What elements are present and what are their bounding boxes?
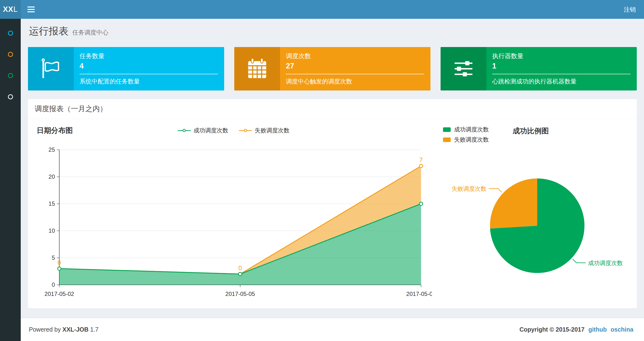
flag-icon — [28, 47, 74, 90]
svg-text:7: 7 — [419, 156, 423, 164]
svg-text:20: 20 — [48, 173, 55, 180]
info-box-row: 任务数量 4 系统中配置的任务数量 — [28, 47, 637, 90]
info-box-content: 任务数量 4 系统中配置的任务数量 — [74, 47, 224, 90]
schedule-report-panel: 调度报表（一月之内） 日期分布图 成功调度次数 失败调度次数 — [28, 99, 637, 308]
date-distribution-chart: 日期分布图 成功调度次数 失败调度次数 05101520252017-05-02… — [35, 125, 432, 305]
sliders-icon — [440, 47, 486, 90]
svg-text:10: 10 — [48, 227, 55, 234]
legend-item-fail[interactable]: 失败调度次数 — [239, 127, 290, 134]
info-box-content: 执行器数量 1 心跳检测成功的执行器机器数量 — [486, 47, 637, 90]
info-box-executor-count: 执行器数量 1 心跳检测成功的执行器机器数量 — [440, 47, 637, 90]
panel-body: 日期分布图 成功调度次数 失败调度次数 05101520252017-05-02… — [28, 119, 637, 308]
panel-title: 调度报表（一月之内） — [28, 99, 637, 119]
line-chart-legend: 成功调度次数 失败调度次数 — [178, 127, 290, 134]
legend-item-success[interactable]: 成功调度次数 — [443, 126, 489, 133]
sidebar-item-jobs[interactable] — [0, 44, 21, 65]
line-chart-svg: 05101520252017-05-022017-05-052017-05-08… — [35, 138, 432, 304]
info-box-task-count: 任务数量 4 系统中配置的任务数量 — [28, 47, 224, 90]
pie-chart-svg: 成功调度次数失败调度次数 — [432, 138, 630, 292]
line-marker-icon — [178, 130, 191, 131]
top-navbar: XXL 注销 — [0, 0, 644, 19]
svg-text:2017-05-02: 2017-05-02 — [44, 291, 74, 297]
info-box-description: 调度中心触发的调度次数 — [286, 77, 424, 85]
powered-by: Powered by XXL-JOB 1.7 — [29, 326, 98, 333]
svg-text:0: 0 — [238, 264, 242, 271]
legend-item-success[interactable]: 成功调度次数 — [178, 127, 228, 134]
product-name: XXL-JOB — [62, 326, 88, 333]
copyright-text: Copyright © 2015-2017 — [520, 326, 584, 333]
svg-text:2017-05-05: 2017-05-05 — [225, 291, 255, 297]
info-box-trigger-count: 调度次数 27 调度中心触发的调度次数 — [234, 47, 430, 90]
logo-text-light: L — [14, 5, 18, 14]
line-chart-header: 日期分布图 成功调度次数 失败调度次数 — [35, 125, 432, 138]
github-link[interactable]: github — [588, 326, 607, 333]
success-ratio-chart: 成功调度次数 失败调度次数 成功比例图 成功调度次数失败调度次数 — [432, 125, 630, 293]
page-title: 运行报表 — [29, 25, 68, 38]
footer: Powered by XXL-JOB 1.7 Copyright © 2015-… — [21, 318, 644, 341]
logo-text-bold: XX — [3, 5, 13, 14]
info-box-value: 1 — [492, 62, 630, 70]
circle-outline-icon — [8, 31, 13, 36]
info-box-title: 执行器数量 — [492, 52, 630, 60]
pie-chart-title: 成功比例图 — [513, 126, 549, 136]
sidebar-item-report[interactable] — [0, 23, 21, 44]
oschina-link[interactable]: oschina — [611, 326, 634, 333]
svg-text:0: 0 — [52, 281, 55, 288]
legend-item-fail[interactable]: 失败调度次数 — [443, 136, 489, 144]
circle-outline-icon — [8, 52, 13, 57]
svg-text:2017-05-08: 2017-05-08 — [406, 291, 432, 297]
svg-text:失败调度次数: 失败调度次数 — [452, 185, 486, 192]
svg-text:15: 15 — [48, 200, 55, 207]
logout-button[interactable]: 注销 — [616, 0, 644, 19]
sidebar-menu — [0, 19, 21, 107]
info-box-description: 心跳检测成功的执行器机器数量 — [492, 77, 630, 85]
swatch-icon — [443, 137, 451, 142]
info-box-description: 系统中配置的任务数量 — [80, 77, 218, 85]
info-box-content: 调度次数 27 调度中心触发的调度次数 — [280, 47, 430, 90]
svg-text:成功调度次数: 成功调度次数 — [588, 260, 623, 266]
divider — [492, 74, 630, 74]
info-box-value: 27 — [286, 62, 424, 70]
sidebar-item-executors[interactable] — [0, 86, 21, 107]
circle-outline-icon — [8, 73, 13, 78]
line-marker-icon — [239, 130, 252, 131]
info-box-value: 4 — [80, 62, 218, 70]
info-box-title: 任务数量 — [80, 52, 218, 60]
page-subtitle: 任务调度中心 — [72, 29, 108, 37]
page-header: 运行报表 任务调度中心 — [29, 25, 637, 38]
info-box-title: 调度次数 — [286, 52, 424, 60]
circle-outline-icon — [8, 94, 13, 99]
svg-text:25: 25 — [48, 146, 55, 153]
swatch-icon — [443, 127, 451, 132]
navbar-spacer — [42, 0, 616, 19]
sidebar-item-logs[interactable] — [0, 65, 21, 86]
line-chart-title: 日期分布图 — [37, 126, 73, 136]
pie-chart-legend: 成功调度次数 失败调度次数 — [443, 126, 489, 144]
sidebar — [0, 19, 21, 341]
divider — [286, 74, 424, 74]
sidebar-toggle-button[interactable] — [21, 0, 42, 19]
svg-text:0: 0 — [58, 259, 61, 266]
calendar-icon — [234, 47, 280, 90]
divider — [80, 74, 218, 74]
content-area: 运行报表 任务调度中心 任务数量 4 系统中配置的任务数量 — [21, 19, 644, 318]
svg-text:5: 5 — [52, 254, 55, 261]
hamburger-icon — [28, 7, 35, 12]
app-logo[interactable]: XXL — [0, 0, 21, 19]
